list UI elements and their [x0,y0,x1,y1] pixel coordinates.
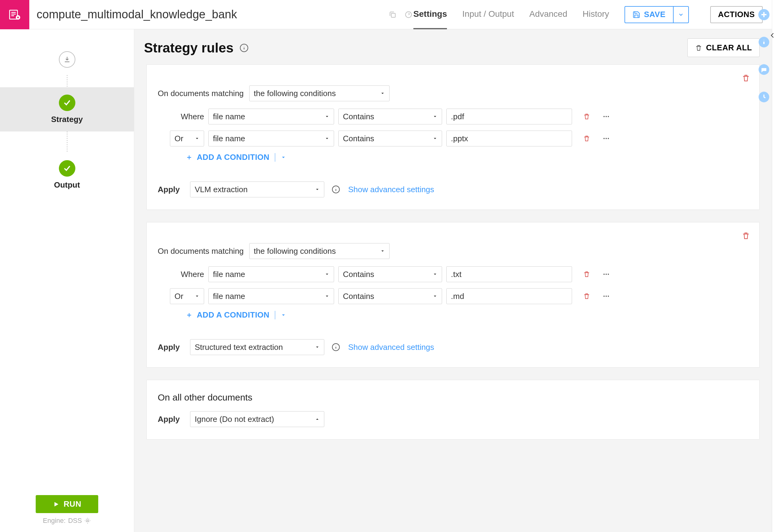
apply-label: Apply [158,185,180,194]
condition-row: Where file name Contains [170,109,748,124]
fallback-card: On all other documents Apply Ignore (Do … [147,380,759,440]
content-panel: Strategy rules CLEAR ALL On documents ma… [134,29,772,532]
nav-history[interactable]: History [583,0,609,29]
field-select[interactable]: file name [208,288,334,304]
chat-icon[interactable] [758,64,770,76]
rule-card: On documents matching the following cond… [147,222,759,368]
apply-label: Apply [158,415,180,424]
nav-settings[interactable]: Settings [413,0,447,29]
more-icon[interactable] [601,113,611,120]
field-select[interactable]: file name [208,109,334,124]
svg-point-10 [606,138,607,139]
fallback-title: On all other documents [158,392,748,403]
condition-row: Or file name Contains [170,130,748,147]
trash-icon [695,44,702,51]
svg-point-15 [608,274,609,275]
top-nav: Settings Input / Output Advanced History… [413,0,763,29]
nav-advanced[interactable]: Advanced [529,0,568,29]
chevron-down-icon [281,312,286,318]
run-button[interactable]: RUN [36,495,98,513]
left-panel: Strategy Output RUN Engine: DSS [0,29,134,532]
add-condition-button[interactable]: ADD A CONDITION [186,310,748,320]
chevron-down-icon [380,91,385,96]
copy-icon[interactable] [388,10,398,19]
plus-icon [186,154,193,161]
operator-select[interactable]: Contains [338,266,442,282]
chevron-down-icon [281,155,286,160]
svg-point-8 [608,116,609,117]
more-icon[interactable] [601,292,611,300]
page-title: Strategy rules [144,40,233,55]
check-icon [63,164,72,173]
play-icon [53,501,59,507]
info-icon[interactable] [332,343,340,352]
trash-icon [742,74,750,82]
svg-point-9 [604,138,605,139]
trash-icon [742,232,750,240]
chevron-down-icon [678,11,684,18]
fallback-apply-select[interactable]: Ignore (Do not extract) [190,411,324,427]
svg-point-17 [606,296,607,297]
add-icon[interactable] [758,8,770,21]
match-label: On documents matching [158,246,244,256]
field-select[interactable]: file name [208,130,334,147]
join-select[interactable]: Or [170,288,204,304]
apply-select[interactable]: VLM extraction [190,181,324,197]
value-input[interactable] [446,130,572,147]
field-select[interactable]: file name [208,266,334,282]
flow-node-strategy[interactable]: Strategy [0,87,134,131]
svg-point-11 [608,138,609,139]
svg-point-16 [604,296,605,297]
match-mode-select[interactable]: the following conditions [249,85,389,101]
check-icon [63,98,72,108]
delete-condition-button[interactable] [582,292,591,300]
value-input[interactable] [446,288,572,304]
apply-select[interactable]: Structured text extraction [190,339,324,355]
rule-card: On documents matching the following cond… [147,65,759,210]
info-icon[interactable] [332,185,340,194]
top-bar: compute_multimodal_knowledge_bank Settin… [0,0,772,29]
refresh-icon[interactable] [404,10,413,19]
condition-row: Where file name Contains [170,266,748,282]
add-condition-button[interactable]: ADD A CONDITION [186,153,748,162]
more-icon[interactable] [601,271,611,278]
delete-condition-button[interactable] [582,113,591,120]
delete-rule-button[interactable] [742,232,750,240]
advanced-settings-link[interactable]: Show advanced settings [348,185,434,194]
flow-node-input[interactable] [0,44,134,75]
nav-input-output[interactable]: Input / Output [462,0,514,29]
right-rail [772,0,781,532]
delete-condition-button[interactable] [582,135,591,142]
advanced-settings-link[interactable]: Show advanced settings [348,342,434,352]
operator-select[interactable]: Contains [338,130,442,147]
svg-point-18 [608,296,609,297]
match-mode-select[interactable]: the following conditions [249,243,389,259]
join-select[interactable]: Or [170,130,204,147]
more-icon[interactable] [601,135,611,142]
svg-point-13 [604,274,605,275]
save-dropdown[interactable] [673,6,689,23]
save-button[interactable]: SAVE [624,6,673,23]
svg-point-7 [606,116,607,117]
match-label: On documents matching [158,89,244,98]
info-icon[interactable] [758,36,770,48]
recipe-title: compute_multimodal_knowledge_bank [37,8,382,21]
svg-point-14 [606,274,607,275]
info-icon[interactable] [240,43,249,52]
engine-label: Engine: DSS [0,517,134,525]
operator-select[interactable]: Contains [338,288,442,304]
delete-condition-button[interactable] [582,271,591,278]
plus-icon [186,312,193,319]
flow-node-output[interactable]: Output [0,153,134,197]
actions-button[interactable]: ACTIONS [710,6,763,23]
clear-all-button[interactable]: CLEAR ALL [687,38,759,57]
recipe-logo [0,0,29,29]
delete-rule-button[interactable] [742,74,750,82]
collapse-arrow-icon[interactable] [769,32,776,39]
operator-select[interactable]: Contains [338,109,442,124]
history-icon[interactable] [758,91,770,103]
condition-row: Or file name Contains [170,288,748,304]
value-input[interactable] [446,109,572,124]
value-input[interactable] [446,266,572,282]
svg-point-4 [87,520,89,522]
